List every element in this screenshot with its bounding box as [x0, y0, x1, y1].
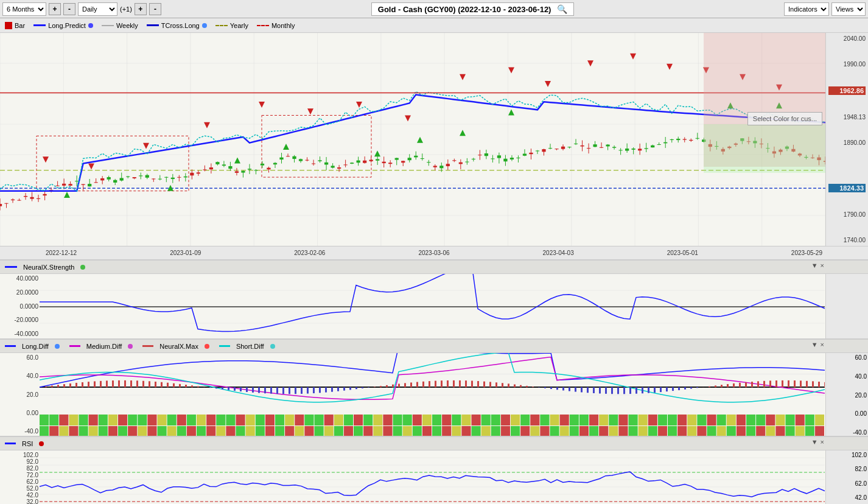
legend-yearly-label: Yearly: [230, 22, 248, 29]
panel2-mediumdiff-icon: [69, 345, 80, 347]
legend-monthly-label: Monthly: [271, 22, 295, 29]
panel3-y5: 62.0: [1, 478, 38, 485]
longpredict-dot-icon: [88, 23, 93, 28]
panel1-canvas-area: [40, 274, 825, 338]
chart-title-area: Gold - Cash (GCY00) (2022-12-10 - 2023-0…: [164, 2, 782, 16]
period-sub-btn[interactable]: -: [63, 3, 75, 15]
panel3-y4: 72.0: [1, 472, 38, 478]
price-1948: 1948.13: [828, 114, 866, 121]
panel1-dot-icon: [80, 265, 85, 270]
toolbar: 6 Months 1 Month 3 Months 1 Year + - Dai…: [0, 0, 868, 18]
panel1-collapse-btn[interactable]: ▼: [811, 262, 818, 269]
panel1-y1: 40.0000: [1, 275, 38, 282]
panel3-close-btn[interactable]: ×: [821, 438, 824, 446]
panel2-shortdiff-dot: [270, 344, 275, 349]
date-5: 2023-04-03: [543, 250, 574, 256]
indicators-select[interactable]: Indicators: [784, 2, 829, 16]
legend-tcrosslong-label: TCross.Long: [161, 22, 200, 29]
panel2-header: Long.Diff Medium.Diff NeuralX.Max Short.…: [0, 340, 868, 353]
panel2-longdiff-dot: [55, 344, 60, 349]
diff-panel: Long.Diff Medium.Diff NeuralX.Max Short.…: [0, 338, 868, 436]
date-3: 2023-02-06: [294, 250, 325, 256]
tcrosslong-color-icon: [147, 24, 159, 26]
price-current: 1962.86: [828, 86, 866, 95]
panel2-canvas-area: [40, 353, 825, 436]
panel3-controls: ▼ ×: [811, 438, 824, 446]
panel1-canvas[interactable]: [40, 274, 825, 338]
panel3-right-y4: 42.0: [827, 494, 867, 501]
date-1: 2022-12-12: [46, 250, 77, 256]
panel2-collapse-btn[interactable]: ▼: [811, 341, 818, 348]
legend-tcrosslong-item: TCross.Long: [147, 22, 207, 29]
panel1-y4: -20.0000: [1, 317, 38, 323]
panel3-y3: 82.0: [1, 465, 38, 472]
panel2-close-btn[interactable]: ×: [821, 341, 824, 348]
main-chart-canvas[interactable]: [0, 33, 825, 246]
panel2-neuralxmax-label: NeuralX.Max: [159, 343, 198, 350]
offset-label: (+1): [120, 5, 132, 13]
date-axis: 2022-12-12 2023-01-09 2023-02-06 2023-03…: [0, 246, 868, 259]
legend-weekly-item: Weekly: [102, 22, 138, 29]
panel2-right-y1: 60.0: [827, 354, 867, 361]
panel2-mediumdiff-label: Medium.Diff: [86, 343, 122, 350]
panel2-shortdiff-label: Short.Diff: [236, 343, 264, 350]
date-7: 2023-05-29: [791, 250, 822, 256]
panel3-right-y1: 102.0: [827, 452, 867, 458]
panel3-canvas-area: [40, 450, 825, 504]
legend-bar-label: Bar: [15, 22, 25, 29]
panel2-y5: -40.0: [1, 428, 38, 435]
price-support: 1824.33: [828, 184, 866, 192]
panel1-close-btn[interactable]: ×: [821, 262, 824, 269]
panel2-right-y4: 0.00: [827, 410, 867, 417]
bar-color-icon: [5, 22, 12, 29]
panel2-right-axis: 60.0 40.0 20.0 0.00 -40.0: [825, 353, 868, 436]
panel2-right-y5: -40.0: [827, 429, 867, 436]
panel2-right-y3: 20.0: [827, 392, 867, 399]
panel3-dot-icon: [39, 441, 44, 446]
views-select[interactable]: Views: [831, 2, 866, 16]
chart-title: Gold - Cash (GCY00) (2022-12-10 - 2023-0…: [371, 2, 574, 16]
period-select[interactable]: 6 Months 1 Month 3 Months 1 Year: [2, 2, 46, 16]
panel2-right-y2: 40.0: [827, 373, 867, 380]
panel1-y-axis: 40.0000 20.0000 0.0000 -20.0000 -40.0000: [0, 274, 40, 338]
price-1740: 1740.00: [828, 237, 866, 243]
panel1-title: NeuralX.Strength: [23, 264, 74, 271]
panel3-collapse-btn[interactable]: ▼: [811, 438, 818, 446]
price-axis: 2040.00 1990.00 1962.86 1948.13 1890.00 …: [825, 33, 868, 246]
price-1990: 1990.00: [828, 61, 866, 68]
panel1-right-axis: [825, 274, 868, 338]
panel3-right-y2: 82.0: [827, 466, 867, 472]
panel3-y1: 102.0: [1, 452, 38, 458]
price-2040: 2040.00: [828, 35, 866, 42]
legend-monthly-item: Monthly: [257, 22, 295, 29]
panel3-header: RSI ▼ ×: [0, 437, 868, 450]
offset-sub-btn[interactable]: -: [149, 3, 161, 15]
panel2-canvas[interactable]: [40, 353, 825, 436]
legend-longpredict-item: Long.Predict: [33, 22, 93, 29]
panel2-y-axis: 60.0 40.0 20.0 0.00 -40.0: [0, 353, 40, 436]
panel3-line-icon: [5, 443, 16, 444]
legend-weekly-label: Weekly: [116, 22, 138, 29]
period-add-btn[interactable]: +: [49, 3, 61, 15]
panel2-longdiff-label: Long.Diff: [22, 343, 49, 350]
weekly-color-icon: [102, 25, 114, 26]
price-1790: 1790.00: [828, 211, 866, 218]
panel2-controls: ▼ ×: [811, 341, 824, 348]
panel2-y2: 40.0: [1, 373, 38, 379]
interval-select[interactable]: Daily Weekly Monthly: [78, 2, 117, 16]
offset-add-btn[interactable]: +: [135, 3, 147, 15]
panel1-controls: ▼ ×: [811, 262, 824, 269]
legend-bar: Bar Long.Predict Weekly TCross.Long Year…: [0, 18, 868, 33]
panel2-mediumdiff-dot: [128, 344, 133, 349]
panel3-canvas[interactable]: [40, 450, 825, 504]
panel2-y3: 20.0: [1, 391, 38, 398]
monthly-color-icon: [257, 25, 269, 26]
legend-bar-item: Bar: [5, 22, 25, 29]
panel3-y-axis: 102.0 92.0 82.0 72.0 62.0 52.0 42.0 32.0…: [0, 450, 40, 504]
panel3-y2: 92.0: [1, 458, 38, 465]
panel2-neuralxmax-dot: [205, 344, 209, 349]
toolbar-right: Indicators Views: [784, 2, 866, 16]
panel2-neuralxmax-icon: [142, 345, 153, 347]
search-icon[interactable]: 🔍: [557, 4, 567, 14]
panel1-y3: 0.0000: [1, 303, 38, 310]
